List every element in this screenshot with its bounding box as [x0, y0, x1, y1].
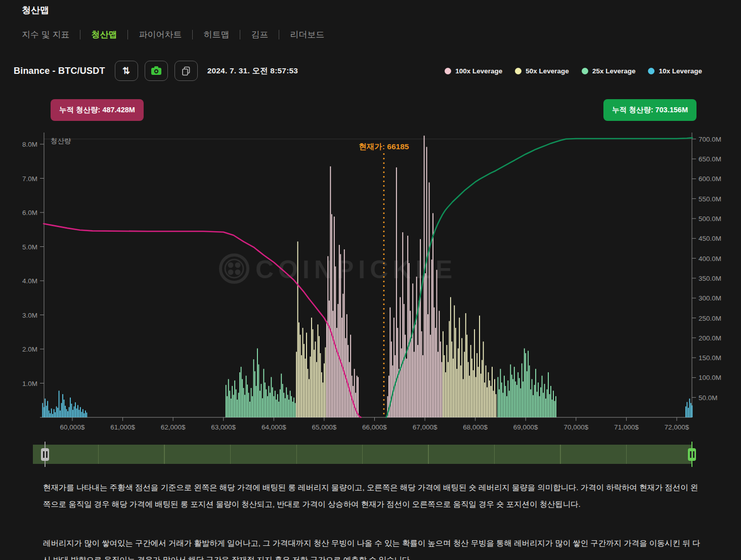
slider-right-handle[interactable] [688, 448, 696, 461]
svg-text:4.0M: 4.0M [22, 277, 37, 285]
tab-liquidation-map[interactable]: 청산맵 [91, 29, 117, 40]
liquidation-chart[interactable]: COINPICKLE청산량1.0M2.0M3.0M4.0M5.0M6.0M7.0… [0, 129, 741, 445]
svg-text:450.0M: 450.0M [699, 235, 721, 242]
svg-text:8.0M: 8.0M [22, 141, 37, 148]
svg-text:71,000$: 71,000$ [614, 423, 639, 431]
copy-button[interactable] [175, 61, 198, 81]
tab-bar: 지수 및 지표 청산맵 파이어차트 히트맵 김프 리더보드 [22, 29, 324, 40]
camera-icon [151, 66, 162, 76]
svg-text:70,000$: 70,000$ [563, 423, 588, 431]
copy-icon [181, 66, 191, 76]
snapshot-timestamp: 2024. 7. 31. 오전 8:57:53 [207, 66, 298, 76]
svg-text:61,000$: 61,000$ [110, 423, 135, 431]
svg-text:150.0M: 150.0M [699, 354, 721, 362]
refresh-icon: ⇅ [122, 66, 130, 75]
svg-text:2.0M: 2.0M [22, 346, 37, 353]
refresh-button[interactable]: ⇅ [115, 61, 138, 81]
tab-kimp[interactable]: 김프 [251, 29, 268, 40]
svg-text:550.0M: 550.0M [699, 195, 721, 203]
svg-text:67,000$: 67,000$ [413, 423, 438, 431]
legend-dot-25x [582, 68, 588, 74]
page-title: 청산맵 [22, 4, 49, 16]
cumulative-line [43, 224, 361, 417]
svg-text:700.0M: 700.0M [699, 136, 721, 143]
chart-header: Binance - BTC/USDT ⇅ 2024. 7. 31. 오전 8:5… [14, 61, 298, 81]
legend-item-100x: 100x Leverage [445, 67, 502, 75]
tab-divider [80, 30, 80, 39]
svg-text:500.0M: 500.0M [699, 215, 721, 223]
tab-divider [240, 30, 240, 39]
svg-text:300.0M: 300.0M [699, 294, 721, 302]
bars-25x-leverage [226, 349, 556, 417]
tab-fire-chart[interactable]: 파이어차트 [139, 29, 182, 40]
tab-divider [192, 30, 193, 39]
description-paragraph-2: 레버리지가 많이 쌓여있는 구간에서 거래가 활발하게 일어나고, 그 가격대까… [43, 535, 702, 560]
price-range-slider-track[interactable] [33, 445, 692, 464]
svg-text:7.0M: 7.0M [22, 175, 37, 183]
svg-text:100.0M: 100.0M [699, 374, 721, 381]
cumulative-short-badge: 누적 청산량: 703.156M [603, 99, 696, 121]
chart-area: COINPICKLE청산량1.0M2.0M3.0M4.0M5.0M6.0M7.0… [0, 129, 741, 445]
chart-description: 현재가를 나타내는 주황색 점선을 기준으로 왼쪽은 해당 가격에 배팅된 롱 … [43, 480, 702, 560]
tab-leaderboard[interactable]: 리더보드 [290, 29, 324, 40]
svg-text:72,000$: 72,000$ [665, 423, 689, 431]
symbol-pair-label: Binance - BTC/USDT [14, 66, 105, 76]
legend-item-50x: 50x Leverage [515, 67, 569, 75]
liquidation-map-page: 청산맵 지수 및 지표 청산맵 파이어차트 히트맵 김프 리더보드 Binanc… [0, 0, 741, 560]
svg-text:69,000$: 69,000$ [513, 423, 538, 431]
legend-item-10x: 10x Leverage [648, 67, 702, 75]
svg-text:62,000$: 62,000$ [161, 423, 186, 431]
svg-text:64,000$: 64,000$ [261, 423, 286, 431]
svg-text:5.0M: 5.0M [22, 243, 37, 251]
screenshot-button[interactable] [145, 61, 168, 81]
bars-10x-leverage [42, 391, 692, 417]
svg-text:68,000$: 68,000$ [463, 423, 488, 431]
tab-divider [279, 30, 279, 39]
svg-text:650.0M: 650.0M [699, 155, 721, 163]
svg-text:250.0M: 250.0M [699, 315, 721, 322]
legend-item-25x: 25x Leverage [582, 67, 636, 75]
svg-text:600.0M: 600.0M [699, 175, 721, 183]
svg-text:200.0M: 200.0M [699, 334, 721, 342]
legend-dot-10x [648, 68, 655, 74]
current-price-label: 현재가: 66185 [359, 142, 409, 151]
description-paragraph-1: 현재가를 나타내는 주황색 점선을 기준으로 왼쪽은 해당 가격에 배팅된 롱 … [43, 480, 702, 513]
leverage-legend: 100x Leverage 50x Leverage 25x Leverage … [445, 67, 702, 75]
svg-text:청산량: 청산량 [51, 137, 71, 145]
svg-text:400.0M: 400.0M [699, 255, 721, 263]
svg-text:3.0M: 3.0M [22, 312, 37, 319]
svg-text:350.0M: 350.0M [699, 275, 721, 282]
svg-text:1.0M: 1.0M [22, 380, 37, 387]
svg-text:65,000$: 65,000$ [312, 423, 336, 431]
legend-dot-50x [515, 68, 521, 74]
tab-heatmap[interactable]: 히트맵 [203, 29, 229, 40]
svg-text:60,000$: 60,000$ [60, 423, 85, 431]
svg-text:50.0M: 50.0M [699, 394, 718, 402]
slider-left-handle[interactable] [41, 448, 49, 461]
tab-indices[interactable]: 지수 및 지표 [22, 29, 69, 40]
cumulative-long-badge: 누적 청산량: 487.428M [51, 99, 144, 121]
legend-dot-100x [445, 68, 451, 74]
svg-text:66,000$: 66,000$ [362, 423, 387, 431]
tab-divider [127, 30, 128, 39]
svg-text:63,000$: 63,000$ [211, 423, 236, 431]
watermark: COINPICKLE [221, 255, 457, 284]
svg-text:6.0M: 6.0M [22, 209, 37, 217]
